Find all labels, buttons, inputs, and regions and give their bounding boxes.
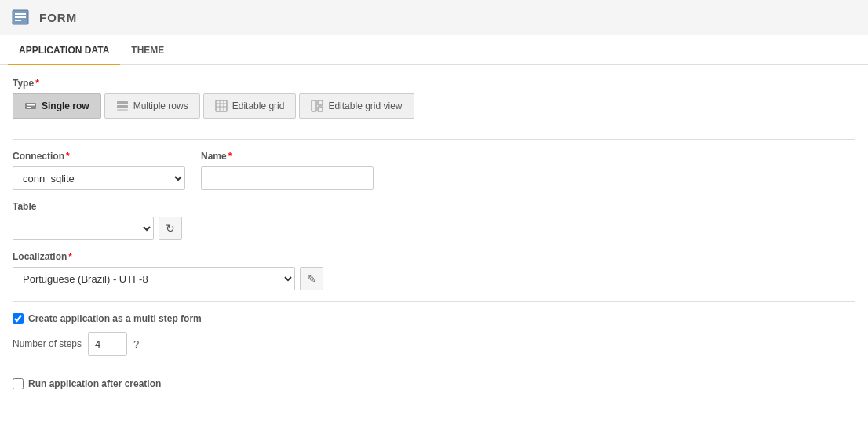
name-label: Name* — [201, 151, 374, 162]
connection-label: Connection* — [13, 151, 185, 162]
tab-application-data[interactable]: APPLICATION DATA — [8, 37, 120, 65]
table-label: Table — [13, 201, 855, 212]
svg-rect-9 — [117, 109, 128, 111]
svg-rect-7 — [117, 101, 128, 104]
name-input[interactable] — [201, 166, 374, 190]
app-header: FORM — [0, 0, 868, 35]
connection-name-row: Connection* conn_sqlite Name* — [13, 151, 855, 190]
multi-step-checkbox[interactable] — [13, 313, 24, 324]
editable-grid-icon — [215, 100, 228, 112]
svg-rect-10 — [216, 100, 227, 111]
name-group: Name* — [201, 151, 374, 190]
steps-label: Number of steps — [13, 338, 82, 349]
refresh-button[interactable]: ↻ — [159, 217, 182, 240]
type-btn-editable-grid[interactable]: Editable grid — [203, 93, 297, 119]
single-row-icon — [24, 100, 37, 112]
tab-navigation: APPLICATION DATA THEME — [0, 37, 868, 65]
type-label: Type* — [13, 78, 855, 89]
svg-rect-16 — [318, 100, 323, 105]
table-select[interactable] — [13, 217, 154, 240]
type-btn-multiple-rows[interactable]: Multiple rows — [104, 93, 200, 119]
localization-group: Localization* Portuguese (Brazil) - UTF-… — [13, 251, 855, 290]
table-row: ↻ — [13, 217, 855, 240]
svg-rect-4 — [25, 103, 36, 109]
svg-rect-5 — [27, 104, 35, 106]
steps-row: Number of steps ? — [13, 332, 855, 356]
help-icon: ? — [133, 338, 139, 350]
localization-label: Localization* — [13, 251, 855, 262]
multiple-rows-icon — [116, 100, 129, 112]
run-after-label[interactable]: Run application after creation — [28, 378, 161, 389]
editable-grid-view-icon — [311, 100, 323, 112]
content-area: Type* Single row Multiple rows — [0, 65, 868, 410]
multi-step-row: Create application as a multi step form — [13, 313, 855, 324]
connection-select[interactable]: conn_sqlite — [13, 166, 185, 190]
localization-select[interactable]: Portuguese (Brazil) - UTF-8 — [13, 267, 295, 290]
refresh-icon: ↻ — [166, 222, 175, 235]
svg-rect-15 — [312, 100, 316, 111]
page-title: FORM — [39, 11, 77, 24]
svg-rect-17 — [318, 107, 323, 111]
svg-rect-2 — [15, 16, 26, 18]
table-group: Table ↻ — [13, 201, 855, 240]
type-btn-editable-grid-view[interactable]: Editable grid view — [299, 93, 414, 119]
svg-rect-8 — [117, 105, 128, 108]
tab-theme[interactable]: THEME — [120, 37, 175, 65]
type-buttons-group: Single row Multiple rows Editabl — [13, 93, 855, 119]
multi-step-label[interactable]: Create application as a multi step form — [28, 313, 202, 324]
svg-rect-6 — [27, 107, 31, 108]
divider-2 — [13, 301, 855, 302]
edit-localization-button[interactable]: ✎ — [300, 267, 323, 290]
type-section: Type* Single row Multiple rows — [13, 78, 855, 128]
run-after-row: Run application after creation — [13, 378, 855, 389]
type-btn-single-row[interactable]: Single row — [13, 93, 101, 119]
divider-3 — [13, 367, 855, 367]
svg-rect-3 — [15, 20, 21, 21]
svg-rect-1 — [15, 13, 26, 15]
connection-group: Connection* conn_sqlite — [13, 151, 185, 190]
steps-input[interactable] — [88, 332, 127, 356]
edit-icon: ✎ — [307, 272, 316, 285]
run-after-checkbox[interactable] — [13, 378, 24, 389]
divider-1 — [13, 139, 855, 140]
form-icon — [9, 6, 31, 28]
localization-row: Portuguese (Brazil) - UTF-8 ✎ — [13, 267, 855, 290]
